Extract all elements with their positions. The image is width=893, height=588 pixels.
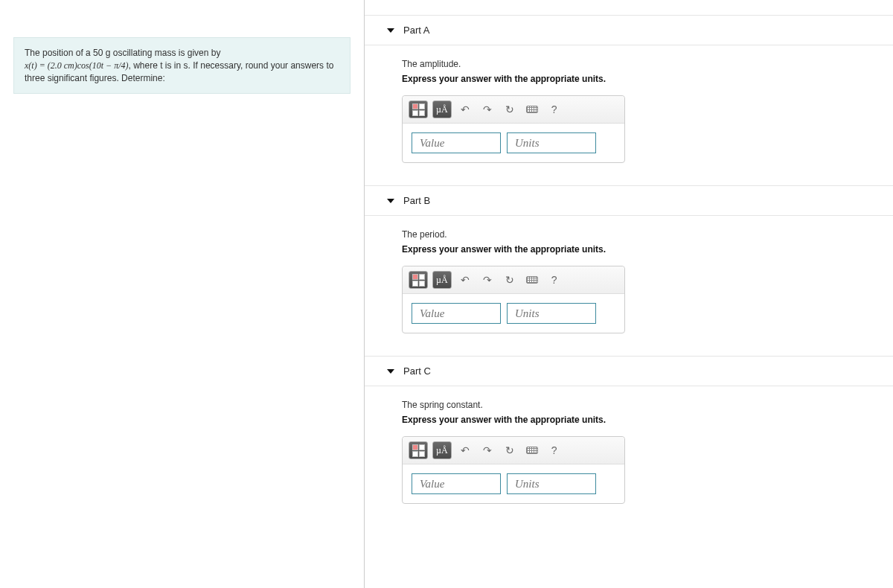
part-c-instructions: Express your answer with the appropriate… — [402, 415, 886, 425]
part-c-body: The spring constant. Express your answer… — [365, 386, 893, 511]
question-column: The position of a 50 g oscillating mass … — [0, 0, 365, 588]
part-b-answer-panel: µÅ ↶ ↷ ↻ ? — [402, 266, 625, 333]
part-b-inputs — [403, 294, 624, 333]
part-c-answer-panel: µÅ ↶ ↷ ↻ ? — [402, 436, 625, 504]
reset-button[interactable]: ↻ — [501, 100, 519, 118]
reset-icon: ↻ — [505, 103, 514, 115]
template-icon — [412, 103, 424, 115]
part-b-body: The period. Express your answer with the… — [365, 216, 893, 341]
help-button[interactable]: ? — [545, 441, 563, 459]
template-button[interactable] — [409, 100, 428, 118]
part-c-toolbar: µÅ ↶ ↷ ↻ ? — [403, 437, 624, 464]
value-input[interactable] — [412, 473, 501, 494]
part-b-header[interactable]: Part B — [365, 185, 893, 216]
equation-rhs: (2.0 cm)cos(10t − π/4) — [48, 60, 129, 71]
part-a-answer-panel: µÅ ↶ ↷ ↻ ? — [402, 95, 625, 163]
part-a-prompt: The amplitude. — [402, 59, 886, 69]
part-a: Part A The amplitude. Express your answe… — [365, 15, 893, 170]
keyboard-icon — [526, 447, 538, 454]
reset-button[interactable]: ↻ — [501, 271, 519, 289]
part-a-body: The amplitude. Express your answer with … — [365, 45, 893, 170]
template-icon — [412, 444, 424, 456]
template-button[interactable] — [409, 441, 428, 459]
help-button[interactable]: ? — [545, 271, 563, 289]
part-c-title: Part C — [403, 365, 431, 377]
keyboard-icon — [526, 276, 538, 284]
keyboard-icon — [526, 106, 538, 113]
help-icon: ? — [551, 274, 557, 286]
redo-button[interactable]: ↷ — [478, 271, 496, 289]
units-button[interactable]: µÅ — [432, 441, 452, 459]
undo-button[interactable]: ↶ — [456, 441, 474, 459]
reset-icon: ↻ — [505, 444, 514, 456]
redo-button[interactable]: ↷ — [478, 100, 496, 118]
help-icon: ? — [551, 103, 557, 115]
undo-button[interactable]: ↶ — [456, 100, 474, 118]
help-button[interactable]: ? — [545, 100, 563, 118]
question-text-1: The position of a 50 g oscillating mass … — [25, 48, 220, 58]
template-icon — [412, 274, 424, 286]
part-a-inputs — [403, 124, 624, 162]
redo-icon: ↷ — [483, 274, 492, 286]
part-c-inputs — [403, 464, 624, 503]
equation-eq: = — [37, 60, 48, 71]
units-input[interactable] — [507, 473, 596, 494]
keyboard-button[interactable] — [523, 271, 541, 289]
redo-icon: ↷ — [483, 444, 492, 456]
caret-down-icon — [387, 199, 394, 203]
keyboard-button[interactable] — [523, 100, 541, 118]
caret-down-icon — [387, 28, 394, 33]
units-input[interactable] — [507, 132, 596, 153]
undo-icon: ↶ — [461, 274, 470, 286]
reset-icon: ↻ — [505, 274, 514, 286]
part-b-instructions: Express your answer with the appropriate… — [402, 244, 886, 255]
part-a-instructions: Express your answer with the appropriate… — [402, 74, 886, 84]
part-c: Part C The spring constant. Express your… — [365, 356, 893, 511]
template-button[interactable] — [409, 271, 428, 289]
part-a-toolbar: µÅ ↶ ↷ ↻ ? — [403, 96, 624, 124]
caret-down-icon — [387, 369, 394, 374]
equation-lhs: x(t) — [25, 60, 37, 71]
part-b-toolbar: µÅ ↶ ↷ ↻ ? — [403, 266, 624, 294]
undo-button[interactable]: ↶ — [456, 271, 474, 289]
value-input[interactable] — [412, 303, 501, 324]
mu-angstrom-icon: µÅ — [436, 446, 448, 455]
reset-button[interactable]: ↻ — [501, 441, 519, 459]
part-a-header[interactable]: Part A — [365, 15, 893, 45]
part-c-header[interactable]: Part C — [365, 356, 893, 386]
units-button[interactable]: µÅ — [432, 271, 452, 289]
part-b: Part B The period. Express your answer w… — [365, 185, 893, 341]
undo-icon: ↶ — [461, 444, 470, 456]
units-button[interactable]: µÅ — [432, 100, 452, 118]
undo-icon: ↶ — [461, 103, 470, 115]
part-b-prompt: The period. — [402, 229, 886, 240]
redo-icon: ↷ — [483, 103, 492, 115]
keyboard-button[interactable] — [523, 441, 541, 459]
value-input[interactable] — [412, 132, 501, 153]
redo-button[interactable]: ↷ — [478, 441, 496, 459]
mu-angstrom-icon: µÅ — [436, 105, 448, 114]
help-icon: ? — [551, 444, 557, 456]
part-a-title: Part A — [403, 25, 429, 36]
question-box: The position of a 50 g oscillating mass … — [13, 37, 351, 94]
part-b-title: Part B — [403, 195, 430, 206]
mu-angstrom-icon: µÅ — [436, 275, 448, 284]
units-input[interactable] — [507, 303, 596, 324]
part-c-prompt: The spring constant. — [402, 400, 886, 410]
answer-column: Part A The amplitude. Express your answe… — [365, 0, 893, 588]
